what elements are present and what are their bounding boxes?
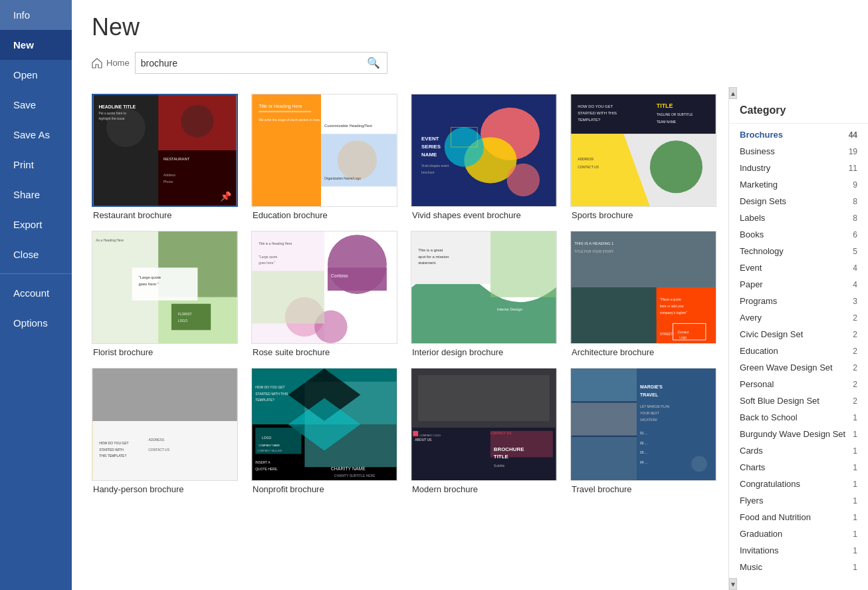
svg-text:EVENT: EVENT [421,136,439,142]
template-thumb-florist[interactable]: "Large quote goes here." FLORIST LOGO As… [92,231,238,344]
template-item-interior[interactable]: This is a great spot for a mission state… [411,231,557,357]
category-item-technology[interactable]: Technology5 [729,243,868,259]
svg-text:TEMPLATE?: TEMPLATE? [578,118,601,122]
category-item-food-and-nutrition[interactable]: Food and Nutrition1 [729,509,868,525]
category-item-graduation[interactable]: Graduation1 [729,525,868,542]
template-thumb-rose[interactable]: Contoso Title is a Heading Here "Large q… [251,231,397,344]
search-input[interactable] [136,54,360,73]
sidebar-item-save-as[interactable]: Save As [0,120,72,150]
template-thumb-nonprofit[interactable]: HOW DO YOU GET STARTED WITH THIS TEMPLAT… [251,368,397,481]
page-title: New [92,13,848,41]
template-item-handy[interactable]: HOW DO YOU GET STARTED WITH THIS TEMPLAT… [92,368,238,494]
category-count: 8 [853,197,857,206]
template-item-restaurant[interactable]: HEADLINE TITLE Put a quote here to highl… [92,94,238,220]
template-thumb-sports[interactable]: HOW DO YOU GET STARTED WITH THIS TEMPLAT… [570,94,716,207]
template-thumb-interior[interactable]: This is a great spot for a mission state… [411,231,557,344]
template-item-education[interactable]: Title or Heading Here We write the stage… [251,94,397,220]
category-count: 2 [853,330,857,339]
category-item-burgundy-wave-design-set[interactable]: Burgundy Wave Design Set1 [729,426,868,442]
template-thumb-vivid[interactable]: EVENT SERIES NAME Vivid shapes event bro… [411,94,557,207]
category-label: Graduation [740,529,782,539]
category-item-paper[interactable]: Paper4 [729,276,868,293]
svg-text:COMPANY NAME: COMPANY NAME [259,444,280,447]
category-item-books[interactable]: Books6 [729,226,868,243]
category-item-cards[interactable]: Cards1 [729,442,868,459]
svg-text:Vivid shapes event: Vivid shapes event [421,164,449,168]
template-item-modern[interactable]: ABOUT US CONTACT US BROCHURE TITLE Subti… [411,368,557,494]
interior-thumbnail: This is a great spot for a mission state… [411,231,556,343]
category-item-back-to-school[interactable]: Back to School1 [729,409,868,426]
category-item-civic-design-set[interactable]: Civic Design Set2 [729,326,868,343]
category-item-marketing[interactable]: Marketing9 [729,176,868,193]
category-item-labels[interactable]: Labels8 [729,210,868,226]
svg-text:HOW DO YOU GET: HOW DO YOU GET [578,104,613,108]
template-item-sports[interactable]: HOW DO YOU GET STARTED WITH THIS TEMPLAT… [570,94,716,220]
category-item-business[interactable]: Business19 [729,143,868,160]
category-label: Congratulations [740,479,800,489]
sidebar-item-save[interactable]: Save [0,90,72,120]
svg-text:TEAM NAME: TEAM NAME [657,120,677,124]
category-item-music[interactable]: Music1 [729,559,868,575]
category-item-charts[interactable]: Charts1 [729,459,868,476]
svg-rect-116 [418,375,550,421]
sidebar-item-info[interactable]: Info [0,0,72,30]
template-thumb-education[interactable]: Title or Heading Here We write the stage… [251,94,397,207]
svg-rect-16 [259,111,311,112]
sidebar-divider [0,273,72,274]
template-thumb-restaurant[interactable]: HEADLINE TITLE Put a quote here to highl… [92,94,238,207]
svg-text:STARTED WITH THIS: STARTED WITH THIS [578,111,617,115]
template-item-travel[interactable]: MARGIE'S TRAVEL LET MARGIE PLAN YOUR NEX… [570,368,716,494]
sidebar-item-account[interactable]: Account [0,278,72,308]
sidebar-item-close[interactable]: Close [0,239,72,269]
scroll-down-arrow[interactable]: ▼ [729,578,737,590]
category-item-industry[interactable]: Industry11 [729,160,868,176]
svg-text:FLORIST: FLORIST [178,313,192,316]
svg-text:STARTED WITH: STARTED WITH [99,448,124,452]
category-item-education[interactable]: Education2 [729,343,868,359]
sidebar-item-print[interactable]: Print [0,150,72,180]
svg-text:LOGO: LOGO [262,436,271,440]
category-item-invitations[interactable]: Invitations1 [729,542,868,559]
template-item-architecture[interactable]: "Place a quote here or add your company'… [570,231,716,357]
svg-text:Phone: Phone [163,180,173,184]
template-thumb-modern[interactable]: ABOUT US CONTACT US BROCHURE TITLE Subti… [411,368,557,481]
svg-rect-62 [328,267,387,291]
category-item-congratulations[interactable]: Congratulations1 [729,476,868,492]
category-count: 4 [853,263,857,273]
category-item-avery[interactable]: Avery2 [729,309,868,326]
home-button[interactable]: Home [92,58,130,69]
template-item-vivid[interactable]: EVENT SERIES NAME Vivid shapes event bro… [411,94,557,220]
category-count: 1 [853,480,857,489]
category-item-event[interactable]: Event4 [729,259,868,276]
sidebar-item-new[interactable]: New [0,30,72,60]
sidebar-item-open[interactable]: Open [0,60,72,90]
category-item-red-and-black-design-set[interactable]: Red and Black Design Set1 [729,575,868,578]
main-content: New Home 🔍 [72,0,868,590]
category-item-green-wave-design-set[interactable]: Green Wave Design Set2 [729,359,868,376]
category-item-programs[interactable]: Programs3 [729,293,868,309]
category-item-design-sets[interactable]: Design Sets8 [729,193,868,210]
category-item-personal[interactable]: Personal2 [729,376,868,392]
svg-point-36 [650,140,703,193]
template-item-rose[interactable]: Contoso Title is a Heading Here "Large q… [251,231,397,357]
sidebar-item-options[interactable]: Options [0,308,72,338]
sidebar-item-export[interactable]: Export [0,210,72,239]
template-thumb-travel[interactable]: MARGIE'S TRAVEL LET MARGIE PLAN YOUR NEX… [570,368,716,481]
sidebar-item-share[interactable]: Share [0,180,72,210]
template-item-nonprofit[interactable]: HOW DO YOU GET STARTED WITH THIS TEMPLAT… [251,368,397,494]
template-item-florist[interactable]: "Large quote goes here." FLORIST LOGO As… [92,231,238,357]
svg-text:goes here.": goes here." [138,282,158,286]
category-item-soft-blue-design-set[interactable]: Soft Blue Design Set2 [729,392,868,409]
category-item-brochures[interactable]: Brochures44 [729,126,868,143]
svg-text:Subtitle: Subtitle [494,464,505,468]
search-button[interactable]: 🔍 [360,53,387,73]
scroll-up-arrow[interactable]: ▲ [729,87,737,99]
svg-text:CHARITY SUBTITLE HERE: CHARITY SUBTITLE HERE [334,474,376,478]
template-thumb-architecture[interactable]: "Place a quote here or add your company'… [570,231,716,344]
svg-point-21 [338,140,377,180]
category-item-flyers[interactable]: Flyers1 [729,492,868,509]
category-label: Civic Design Set [740,329,803,339]
content-area: HEADLINE TITLE Put a quote here to highl… [72,80,868,590]
template-thumb-handy[interactable]: HOW DO YOU GET STARTED WITH THIS TEMPLAT… [92,368,238,481]
svg-text:ADDRESS: ADDRESS [148,438,165,442]
